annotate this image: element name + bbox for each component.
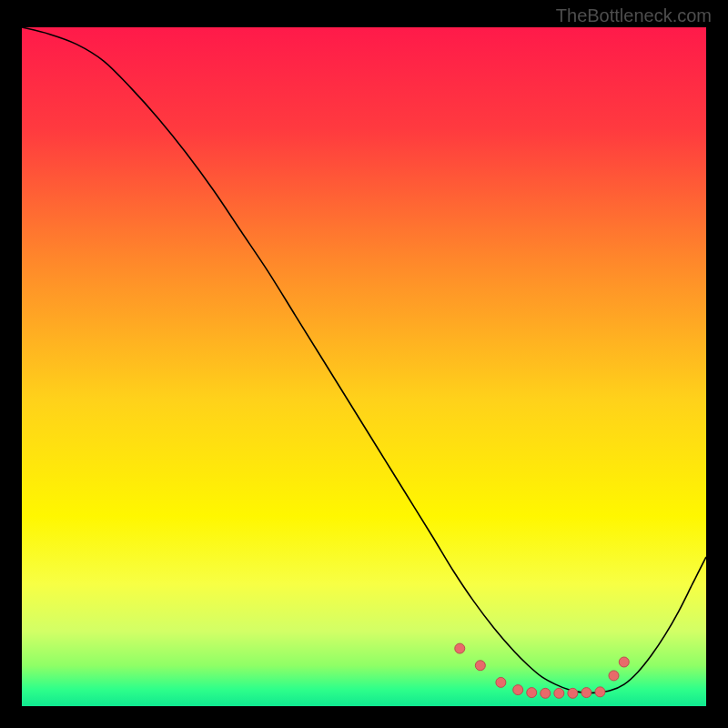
- data-marker: [496, 677, 506, 687]
- data-marker: [619, 657, 629, 667]
- gradient-background: [22, 27, 706, 706]
- data-marker: [554, 688, 564, 698]
- plot-area: [22, 27, 706, 706]
- data-marker: [581, 688, 592, 698]
- data-marker: [609, 671, 619, 681]
- chart-container: TheBottleneck.com: [0, 0, 728, 728]
- data-marker: [475, 661, 485, 671]
- data-marker: [455, 643, 465, 653]
- data-marker: [541, 688, 551, 698]
- data-marker: [595, 687, 605, 697]
- attribution-text: TheBottleneck.com: [556, 5, 712, 26]
- data-marker: [527, 688, 537, 698]
- data-marker: [568, 688, 578, 698]
- data-marker: [513, 685, 523, 695]
- chart-svg: [22, 27, 706, 706]
